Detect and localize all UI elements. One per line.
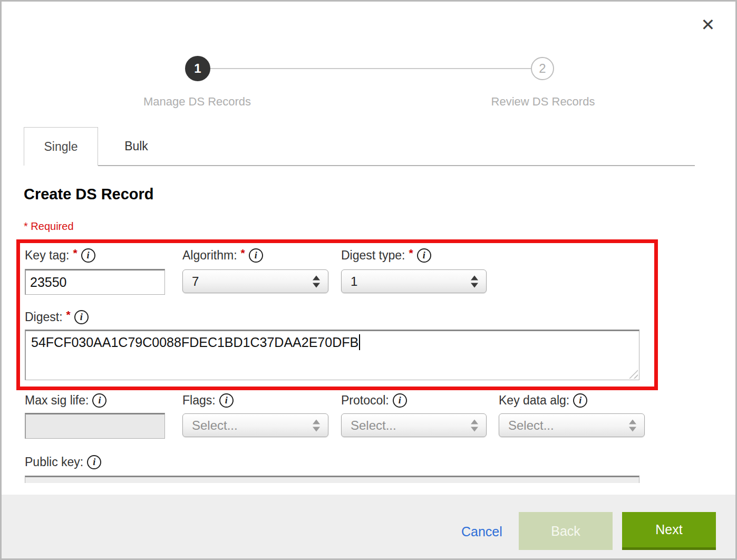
stepper-connector — [210, 68, 531, 69]
algorithm-select-value: 7 — [192, 274, 199, 289]
public-key-textarea[interactable] — [25, 476, 639, 483]
required-asterisk: * — [73, 247, 77, 259]
stepper-label-review: Review DS Records — [475, 95, 611, 109]
tab-single[interactable]: Single — [24, 127, 98, 166]
protocol-select-value: Select... — [351, 418, 396, 433]
algorithm-select[interactable]: 7 — [182, 269, 328, 293]
flags-label-text: Flags: — [182, 393, 216, 408]
key-tag-label-text: Key tag: — [25, 248, 69, 263]
digest-type-select[interactable]: 1 — [341, 269, 487, 293]
algorithm-label: Algorithm: * i — [182, 247, 263, 263]
info-icon[interactable]: i — [573, 393, 587, 408]
public-key-label-text: Public key: — [25, 455, 83, 469]
flags-select-value: Select... — [192, 418, 238, 433]
required-asterisk: * — [66, 308, 71, 321]
select-arrows-icon — [313, 419, 320, 431]
info-icon[interactable]: i — [417, 248, 431, 263]
public-key-label: Public key: i — [25, 454, 101, 470]
info-icon[interactable]: i — [249, 248, 263, 263]
select-arrows-icon — [471, 275, 478, 287]
digest-textarea[interactable]: 54FCF030AA1C79C0088FDEC1BD1C37DAA2E70DFB — [25, 330, 639, 380]
info-icon[interactable]: i — [219, 393, 234, 408]
tab-underline — [98, 165, 695, 166]
key-data-alg-select-value: Select... — [508, 418, 554, 433]
info-icon[interactable]: i — [74, 310, 89, 324]
protocol-label-text: Protocol: — [341, 393, 389, 408]
dialog-footer: Cancel Back Next — [2, 495, 735, 558]
digest-value: 54FCF030AA1C79C0088FDEC1BD1C37DAA2E70DFB — [31, 335, 358, 350]
max-sig-life-label-text: Max sig life: — [25, 393, 89, 408]
required-asterisk: * — [241, 247, 245, 259]
digest-label-text: Digest: — [25, 310, 63, 324]
key-tag-input[interactable] — [25, 269, 165, 295]
info-icon[interactable]: i — [81, 248, 95, 263]
max-sig-life-input[interactable] — [25, 413, 165, 439]
select-arrows-icon — [629, 419, 636, 431]
stepper-step-2: 2 — [531, 57, 554, 80]
key-data-alg-label: Key data alg: i — [499, 392, 587, 408]
tab-bulk[interactable]: Bulk — [98, 127, 174, 166]
info-icon[interactable]: i — [87, 455, 101, 469]
text-cursor — [359, 334, 360, 350]
info-icon[interactable]: i — [92, 393, 106, 408]
key-tag-label: Key tag: * i — [25, 247, 95, 263]
back-button[interactable]: Back — [519, 512, 613, 550]
flags-select[interactable]: Select... — [182, 413, 328, 437]
digest-type-select-value: 1 — [351, 274, 357, 289]
algorithm-label-text: Algorithm: — [182, 248, 237, 263]
protocol-label: Protocol: i — [341, 392, 407, 408]
select-arrows-icon — [313, 275, 320, 287]
info-icon[interactable]: i — [393, 393, 407, 408]
stepper-step-1: 1 — [185, 56, 210, 81]
flags-label: Flags: i — [182, 392, 234, 408]
required-asterisk: * — [409, 247, 413, 259]
max-sig-life-label: Max sig life: i — [25, 392, 106, 408]
key-data-alg-select[interactable]: Select... — [499, 413, 645, 437]
page-title: Create DS Record — [24, 186, 154, 203]
digest-label: Digest: * i — [25, 309, 89, 325]
required-note: * Required — [24, 220, 74, 233]
next-button[interactable]: Next — [622, 512, 716, 550]
stepper-label-manage: Manage DS Records — [125, 95, 269, 109]
select-arrows-icon — [471, 419, 478, 431]
key-data-alg-label-text: Key data alg: — [499, 393, 569, 408]
digest-type-label-text: Digest type: — [341, 248, 405, 263]
protocol-select[interactable]: Select... — [341, 413, 487, 437]
create-ds-record-dialog: ✕ 1 2 Manage DS Records Review DS Record… — [0, 0, 737, 560]
cancel-button[interactable]: Cancel — [461, 524, 502, 539]
digest-type-label: Digest type: * i — [341, 247, 431, 263]
close-icon[interactable]: ✕ — [696, 13, 720, 36]
resize-handle-icon[interactable] — [629, 370, 638, 379]
